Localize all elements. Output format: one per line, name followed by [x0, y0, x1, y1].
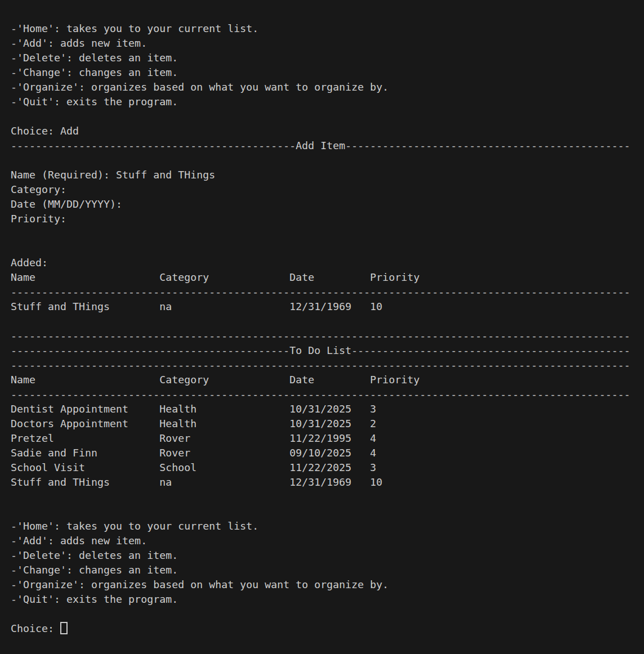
text-cursor [60, 622, 68, 634]
menu-line: -'Organize': organizes based on what you… [11, 577, 644, 592]
separator-line: ----------------------------------------… [11, 329, 644, 343]
todo-table-row: Dentist Appointment Health 10/31/2025 3 [11, 402, 644, 416]
todo-table-header: Name Category Date Priority [11, 373, 644, 387]
menu-line: -'Add': adds new item. [11, 36, 644, 51]
menu-line: -'Change': changes an item. [11, 563, 644, 577]
choice-prompt: Choice: [11, 622, 60, 634]
added-table-row: Stuff and THings na 12/31/1969 10 [11, 299, 644, 314]
menu-line: -'Organize': organizes based on what you… [11, 80, 644, 95]
blank-line [11, 504, 644, 519]
blank-line [11, 314, 644, 329]
menu-line: -'Quit': exits the program. [11, 592, 644, 607]
added-label: Added: [11, 256, 644, 270]
separator-line: ----------------------------------------… [11, 285, 644, 299]
blank-line [11, 241, 644, 256]
added-table-body: Stuff and THings na 12/31/1969 10 [11, 299, 644, 314]
choice-line-bottom: Choice: [11, 621, 644, 636]
separator-line: ----------------------------------------… [11, 387, 644, 402]
blank-line [11, 607, 644, 621]
form-line-category: Category: [11, 182, 644, 197]
menu-line: -'Home': takes you to your current list. [11, 21, 644, 36]
terminal-screen[interactable]: -'Home': takes you to your current list.… [0, 0, 644, 654]
added-table-header: Name Category Date Priority [11, 270, 644, 285]
todo-table-row: Sadie and Finn Rover 09/10/2025 4 [11, 446, 644, 460]
choice-prompt: Choice: [11, 125, 60, 137]
menu-line: -'Delete': deletes an item. [11, 51, 644, 65]
blank-line [11, 226, 644, 241]
add-item-title-separator: ----------------------------------------… [11, 138, 644, 153]
choice-line-top: Choice: Add [11, 124, 644, 138]
todo-table-row: Stuff and THings na 12/31/1969 10 [11, 475, 644, 490]
form-line-priority: Priority: [11, 212, 644, 226]
menu-line: -'Home': takes you to your current list. [11, 519, 644, 534]
menu-line: -'Add': adds new item. [11, 534, 644, 548]
menu-line: -'Change': changes an item. [11, 65, 644, 80]
todo-table-row: Pretzel Rover 11/22/1995 4 [11, 431, 644, 446]
form-line-date: Date (MM/DD/YYYY): [11, 197, 644, 212]
todo-table-body: Dentist Appointment Health 10/31/2025 3D… [11, 402, 644, 490]
separator-line: ----------------------------------------… [11, 358, 644, 373]
menu-line: -'Quit': exits the program. [11, 95, 644, 109]
blank-line [11, 153, 644, 168]
form-line-name: Name (Required): Stuff and THings [11, 168, 644, 182]
blank-line [11, 109, 644, 124]
blank-line [11, 490, 644, 504]
blank-line [11, 7, 644, 21]
menu-block-top: -'Home': takes you to your current list.… [11, 21, 644, 109]
todo-table-row: Doctors Appointment Health 10/31/2025 2 [11, 416, 644, 431]
menu-line: -'Delete': deletes an item. [11, 548, 644, 563]
todo-title-separator: ----------------------------------------… [11, 343, 644, 358]
choice-entered-value: Add [60, 125, 79, 137]
todo-table-row: School Visit School 11/22/2025 3 [11, 460, 644, 475]
menu-block-bottom: -'Home': takes you to your current list.… [11, 519, 644, 607]
